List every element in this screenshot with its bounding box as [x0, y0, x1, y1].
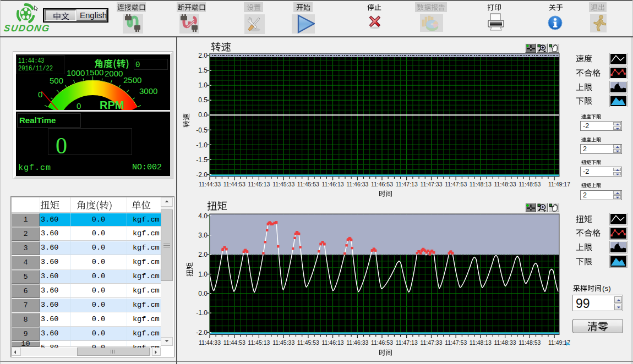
svg-text:11:45:13: 11:45:13	[248, 181, 270, 187]
svg-text:0.5: 0.5	[198, 96, 208, 104]
svg-text:11:44:53: 11:44:53	[223, 181, 245, 187]
svg-text:11:48:13: 11:48:13	[470, 339, 492, 346]
svg-text:0.0: 0.0	[198, 111, 208, 119]
svg-text:11:47:53: 11:47:53	[445, 339, 467, 346]
svg-text:11:48:13: 11:48:13	[470, 181, 492, 187]
svg-text:3.0: 3.0	[198, 231, 208, 239]
svg-text:2.0: 2.0	[198, 52, 208, 59]
svg-text:11:46:13: 11:46:13	[322, 339, 344, 346]
svg-text:11:46:53: 11:46:53	[371, 181, 393, 187]
svg-text:1.5: 1.5	[198, 67, 208, 74]
svg-text:11:47:33: 11:47:33	[420, 181, 442, 187]
svg-text:11:48:33: 11:48:33	[494, 339, 516, 346]
svg-text:-1.0: -1.0	[196, 309, 208, 317]
svg-text:-2.0: -2.0	[196, 329, 208, 337]
svg-text:11:47:13: 11:47:13	[396, 181, 418, 187]
svg-text:11:45:13: 11:45:13	[248, 339, 270, 346]
svg-text:0.0: 0.0	[198, 290, 208, 297]
svg-text:-2.0: -2.0	[196, 171, 208, 179]
svg-text:11:44:33: 11:44:33	[199, 339, 221, 346]
svg-text:11:44:53: 11:44:53	[223, 339, 245, 346]
svg-text:11:48:53: 11:48:53	[519, 339, 541, 346]
svg-text:11:45:53: 11:45:53	[297, 339, 319, 346]
svg-text:11:48:33: 11:48:33	[494, 181, 516, 187]
svg-text:11:46:33: 11:46:33	[346, 181, 368, 187]
svg-text:11:48:53: 11:48:53	[519, 181, 541, 187]
svg-text:11:47:13: 11:47:13	[396, 339, 418, 346]
svg-text:2.0: 2.0	[198, 251, 208, 258]
svg-text:11:44:33: 11:44:33	[199, 181, 221, 187]
svg-text:11:46:33: 11:46:33	[346, 339, 368, 346]
svg-text:1.0: 1.0	[198, 271, 208, 278]
svg-text:-0.5: -0.5	[196, 126, 208, 134]
svg-text:11:46:13: 11:46:13	[322, 181, 344, 187]
svg-text:11:45:33: 11:45:33	[272, 181, 294, 187]
svg-text:11:45:53: 11:45:53	[297, 181, 319, 187]
svg-text:11:49:17: 11:49:17	[548, 181, 570, 187]
svg-text:-1.5: -1.5	[196, 156, 208, 164]
svg-text:11:45:33: 11:45:33	[272, 339, 294, 346]
svg-text:11:46:53: 11:46:53	[371, 339, 393, 346]
svg-text:11:47:53: 11:47:53	[445, 181, 467, 187]
svg-text:11:47:33: 11:47:33	[420, 339, 442, 346]
svg-text:-1.0: -1.0	[196, 141, 208, 149]
svg-text:1.0: 1.0	[198, 81, 208, 89]
svg-text:4.0: 4.0	[198, 212, 208, 220]
